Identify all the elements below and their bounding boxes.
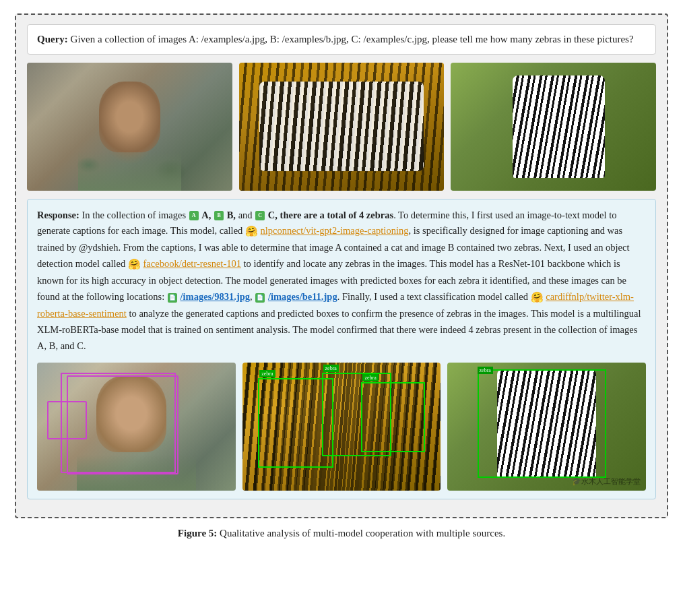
image-icon-b: B xyxy=(214,211,224,220)
ref-b: B, xyxy=(227,210,236,220)
image-icon-a: A xyxy=(189,211,199,220)
image-zebra-single-top xyxy=(451,63,656,191)
main-figure: Query: Given a collection of images A: /… xyxy=(15,13,668,518)
query-label: Query: xyxy=(37,34,68,44)
ref-a: A, xyxy=(201,210,211,220)
file1-icon: 📄 xyxy=(168,293,177,303)
detect-label-3: zebra xyxy=(362,374,378,381)
image-cat-bottom xyxy=(37,363,236,491)
detect-box-3: zebra xyxy=(361,382,424,453)
file2-icon: 📄 xyxy=(255,293,265,303)
ref-c: C, xyxy=(268,210,278,220)
model2-emoji: 🤗 xyxy=(128,259,141,270)
image-zebras-bottom: zebra zebra zebra xyxy=(242,363,441,491)
detect-label-2: zebra xyxy=(323,365,339,372)
image-zebra-single-bottom: zebra xyxy=(447,363,646,491)
file2-link[interactable]: /images/be11.jpg xyxy=(268,291,337,302)
query-text: Query: Given a collection of images A: /… xyxy=(37,32,646,47)
model1-link[interactable]: nlpconnect/vit-gpt2-image-captioning xyxy=(261,225,409,236)
model2-link[interactable]: facebook/detr-resnet-101 xyxy=(143,258,241,269)
file1-link[interactable]: /images/9831.jpg xyxy=(181,291,251,302)
top-images-row xyxy=(27,63,656,191)
watermark: 🎓水木人工智能学堂 xyxy=(572,476,641,487)
figure-caption: Figure 5: Qualitative analysis of multi-… xyxy=(178,528,505,539)
image-cat-top xyxy=(27,63,232,191)
query-section: Query: Given a collection of images A: /… xyxy=(27,24,656,55)
response-section: Response: In the collection of images A … xyxy=(27,199,656,500)
image-icon-c: C xyxy=(255,211,265,220)
response-text: Response: In the collection of images A … xyxy=(37,208,646,355)
figure-caption-bold: Figure 5: xyxy=(178,528,217,538)
response-label: Response: xyxy=(37,210,79,220)
image-zebras-top xyxy=(239,63,445,191)
detect-label-1: zebra xyxy=(259,370,275,377)
zebra-label: zebra xyxy=(478,367,493,374)
bottom-images-row: zebra zebra zebra zebra 🎓水木人工智能学堂 xyxy=(37,363,646,491)
zebra-count-bold: there are a total of 4 zebras xyxy=(280,210,394,220)
model1-emoji: 🤗 xyxy=(245,226,258,237)
model3-emoji: 🤗 xyxy=(531,292,544,303)
detection-boxes: zebra zebra zebra xyxy=(242,363,441,491)
